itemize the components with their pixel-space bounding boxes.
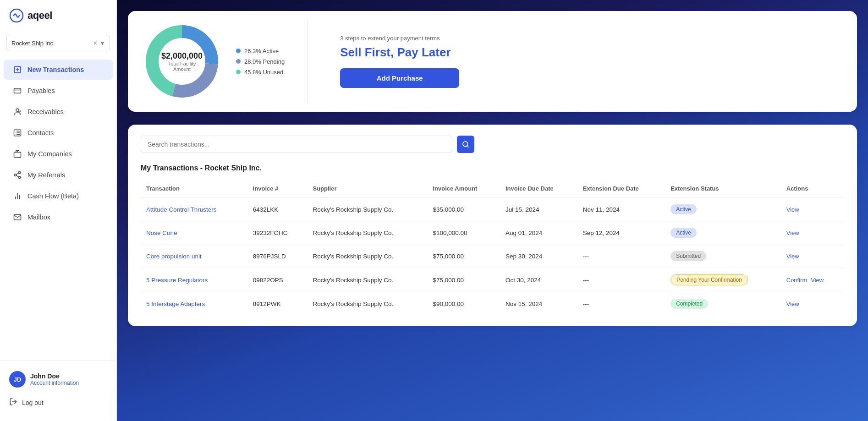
cell-invoice-due: Aug 01, 2024 <box>500 221 577 245</box>
my-companies-icon <box>13 149 22 159</box>
action-view-button[interactable]: View <box>786 230 799 236</box>
status-badge: Submitted <box>670 251 706 261</box>
legend-pending: 28.0% Pending <box>236 58 285 65</box>
account-info-link[interactable]: Account information <box>30 380 79 386</box>
legend-label-unused: 45.8% Unused <box>244 69 283 76</box>
user-info[interactable]: JD John Doe Account information <box>6 367 110 391</box>
legend-dot-unused <box>236 70 241 74</box>
cell-supplier: Rocky's Rockship Supply Co. <box>307 198 427 221</box>
cell-actions: View <box>781 221 844 245</box>
legend-active: 26.3% Active <box>236 48 285 55</box>
cell-extension-due: Nov 11, 2024 <box>577 198 665 221</box>
nav-menu: New Transactions Payables Receivables <box>0 55 116 361</box>
user-name: John Doe <box>30 372 79 380</box>
sidebar-item-my-companies[interactable]: My Companies <box>4 144 113 164</box>
transaction-link[interactable]: Core propulsion unit <box>146 253 202 260</box>
col-supplier: Supplier <box>307 181 427 198</box>
sidebar-label-cash-flow: Cash Flow (Beta) <box>27 192 79 200</box>
cell-invoice-due: Nov 15, 2024 <box>500 292 577 316</box>
cell-supplier: Rocky's Rockship Supply Co. <box>307 221 427 245</box>
col-amount: Invoice Amount <box>427 181 500 198</box>
facility-card: $2,000,000 Total Facility Amount 26.3% A… <box>128 11 857 112</box>
cell-transaction: Attitude Control Thrusters <box>141 198 247 221</box>
search-button[interactable] <box>457 136 474 153</box>
company-close-button[interactable]: × <box>93 38 98 48</box>
transactions-title: My Transactions - Rocket Ship Inc. <box>141 164 844 172</box>
avatar: JD <box>9 371 26 388</box>
table-header-row: Transaction Invoice # Supplier Invoice A… <box>141 181 844 198</box>
action-view-button[interactable]: View <box>811 277 824 284</box>
cell-transaction: Core propulsion unit <box>141 245 247 268</box>
transaction-link[interactable]: Attitude Control Thrusters <box>146 206 217 213</box>
legend-dot-active <box>236 49 241 53</box>
logout-item[interactable]: Log out <box>6 393 110 412</box>
cell-supplier: Rocky's Rockship Supply Co. <box>307 268 427 292</box>
status-badge: Pending Your Confirmation <box>670 274 748 285</box>
col-extension-due: Extension Due Date <box>577 181 665 198</box>
company-name: Rocket Ship Inc. <box>11 40 90 47</box>
sidebar-label-contacts: Contacts <box>27 129 54 137</box>
cell-supplier: Rocky's Rockship Supply Co. <box>307 292 427 316</box>
logout-icon <box>9 398 17 407</box>
transaction-link[interactable]: Nose Cone <box>146 230 177 236</box>
add-purchase-button[interactable]: Add Purchase <box>340 68 459 88</box>
cell-status: Active <box>665 221 781 245</box>
table-row: Nose Cone 39232FGHC Rocky's Rockship Sup… <box>141 221 844 245</box>
search-input[interactable] <box>141 136 452 153</box>
svg-rect-4 <box>14 88 21 93</box>
sidebar-item-receivables[interactable]: Receivables <box>4 102 113 122</box>
sidebar-item-cash-flow[interactable]: Cash Flow (Beta) <box>4 186 113 206</box>
table-row: Core propulsion unit 8976PJSLD Rocky's R… <box>141 245 844 268</box>
sidebar-item-payables[interactable]: Payables <box>4 81 113 101</box>
donut-amount: $2,000,000 <box>161 51 203 61</box>
col-actions: Actions <box>781 181 844 198</box>
cell-invoice-due: Sep 30, 2024 <box>500 245 577 268</box>
logout-label: Log out <box>22 399 44 406</box>
action-view-button[interactable]: View <box>786 253 799 260</box>
cell-status: Submitted <box>665 245 781 268</box>
donut-chart: $2,000,000 Total Facility Amount <box>141 20 223 103</box>
vertical-divider <box>308 20 308 103</box>
transaction-link[interactable]: 5 Interstage Adapters <box>146 301 205 307</box>
company-chevron-button[interactable]: ▾ <box>100 38 105 48</box>
svg-rect-14 <box>14 152 21 157</box>
company-selector[interactable]: Rocket Ship Inc. × ▾ <box>6 35 110 51</box>
cell-transaction: Nose Cone <box>141 221 247 245</box>
cell-actions: Confirm View <box>781 268 844 292</box>
transactions-table: Transaction Invoice # Supplier Invoice A… <box>141 181 844 315</box>
donut-legend: 26.3% Active 28.0% Pending 45.8% Unused <box>236 48 285 76</box>
sidebar-label-my-companies: My Companies <box>27 150 72 158</box>
sidebar-item-new-transactions[interactable]: New Transactions <box>4 60 113 80</box>
action-view-button[interactable]: View <box>786 301 799 307</box>
table-row: Attitude Control Thrusters 6432LKK Rocky… <box>141 198 844 221</box>
legend-dot-pending <box>236 59 241 64</box>
cell-status: Completed <box>665 292 781 316</box>
logo: aqeel <box>0 0 116 31</box>
status-badge: Active <box>670 228 697 238</box>
svg-point-6 <box>16 109 19 111</box>
status-badge: Completed <box>670 299 708 309</box>
main-content: $2,000,000 Total Facility Amount 26.3% A… <box>117 0 868 421</box>
cell-extension-due: --- <box>577 268 665 292</box>
new-transactions-icon <box>13 65 22 74</box>
cell-invoice-due: Oct 30, 2024 <box>500 268 577 292</box>
logo-icon <box>9 8 24 23</box>
action-view-button[interactable]: View <box>786 206 799 213</box>
transaction-link[interactable]: 5 Pressure Regulators <box>146 277 208 284</box>
cell-invoice-num: 8976PJSLD <box>247 245 308 268</box>
action-confirm-button[interactable]: Confirm <box>786 277 808 284</box>
cell-status: Active <box>665 198 781 221</box>
sidebar-item-my-referrals[interactable]: My Referrals <box>4 165 113 185</box>
sidebar-item-mailbox[interactable]: Mailbox <box>4 207 113 227</box>
sidebar-item-contacts[interactable]: Contacts <box>4 123 113 143</box>
cell-transaction: 5 Interstage Adapters <box>141 292 247 316</box>
sidebar-label-payables: Payables <box>27 87 55 94</box>
col-transaction: Transaction <box>141 181 247 198</box>
cell-invoice-num: 09822OPS <box>247 268 308 292</box>
cell-amount: $75,000.00 <box>427 268 500 292</box>
svg-line-19 <box>16 175 18 177</box>
cell-actions: View <box>781 292 844 316</box>
legend-label-active: 26.3% Active <box>244 48 279 55</box>
cell-amount: $90,000.00 <box>427 292 500 316</box>
cell-amount: $100,000.00 <box>427 221 500 245</box>
